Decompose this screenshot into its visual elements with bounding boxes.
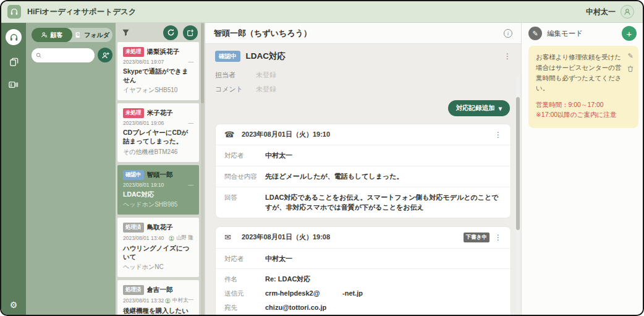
tab-folders-label: フォルダ (84, 31, 109, 40)
item-date: 2023/08/01 19:07 (123, 59, 164, 65)
item-title: LDAC対応 (123, 190, 193, 199)
search-row (32, 48, 112, 62)
info-icon[interactable]: i (504, 29, 512, 38)
ticket-list-item[interactable]: 未処理湯梨浜花子 2023/08/01 19:07— Skypeで通話ができませ… (117, 42, 199, 100)
record-datetime: 2023年08月01日（火）19:10 (242, 130, 330, 139)
mail-icon: ✉ (224, 233, 234, 242)
notes-panel: ✎ 編集モード + お客様より修理依頼を受けた場合はサービスセンターの営業時間も… (521, 23, 643, 315)
ticket-title-row: 確認中 LDAC対応 ⋮ (215, 44, 511, 62)
ticket-list-panel: 未処理湯梨浜花子 2023/08/01 19:07— Skypeで通話ができませ… (116, 23, 205, 315)
add-record-button[interactable]: 対応記録追加▾ (448, 100, 510, 116)
item-date: 2023/08/01 19:06 (123, 120, 164, 126)
note-tools: ✎ (627, 52, 633, 72)
item-device: イヤフォンSHB510 (123, 86, 193, 95)
customer-panel: 顧客 フォルダ (26, 23, 116, 315)
field-label: コメント (215, 85, 256, 94)
ticket-list-item[interactable]: 処理済鳥取花子 2023/08/01 13:40山野 隆 ハウリングノイズについ… (117, 218, 199, 277)
note-body: お客様より修理依頼を受けた場合はサービスセンターの営業時間も必ずつたえてください… (536, 52, 622, 93)
search-input[interactable] (44, 51, 90, 59)
refresh-button[interactable] (163, 25, 178, 40)
refresh-icon (167, 28, 175, 36)
item-assignee: — (189, 120, 194, 126)
app-window: HiFiオーディオサポートデスク 中村太一 ⚙ (0, 0, 644, 316)
ticket-list-item[interactable]: 未処理米子花子 2023/08/01 19:06— CDプレイヤーにCDが詰まっ… (117, 103, 199, 161)
person-search-icon (41, 32, 48, 38)
ticket-list: 未処理湯梨浜花子 2023/08/01 19:07— Skypeで通話ができませ… (116, 42, 205, 315)
search-icon (36, 52, 41, 59)
customer-title: 智頭一郎（ちずいちろう） (214, 28, 311, 39)
main-content: 智頭一郎（ちずいちろう） i 確認中 LDAC対応 ⋮ 担当者未登録 コメント未… (205, 23, 521, 315)
tab-folders[interactable]: フォルダ (72, 28, 113, 42)
panel-tabs: 顧客 フォルダ (32, 28, 112, 42)
note-warning: 営業時間：9:00～17:00 ※17:00以降のご案内に注意 (536, 100, 622, 120)
item-assignee: 中村太一 (165, 297, 193, 304)
top-bar: HiFiオーディオサポートデスク 中村太一 (1, 1, 643, 23)
item-device: その他機種BTM246 (123, 148, 193, 156)
item-date: 2023/08/01 19:10 (123, 182, 164, 188)
record-menu-kebab-icon[interactable]: ⋮ (494, 130, 502, 139)
ticket-menu-kebab-icon[interactable]: ⋮ (504, 52, 511, 61)
note-edit-pencil-icon[interactable]: ✎ (627, 52, 633, 60)
item-date: 2023/08/01 13:32 (123, 297, 164, 304)
user-name: 中村太一 (586, 7, 616, 17)
status-badge: 未処理 (123, 47, 144, 57)
file-search-icon (75, 32, 82, 38)
note-card[interactable]: お客様より修理依頼を受けた場合はサービスセンターの営業時間も必ずつたえてください… (528, 46, 638, 128)
item-title: Skypeで通話ができません (123, 67, 193, 84)
list-scrollbar[interactable] (201, 23, 204, 315)
main-scrollbar[interactable] (516, 76, 520, 312)
ticket-detail: 確認中 LDAC対応 ⋮ 担当者未登録 コメント未登録 対応記録追加▾ ☎ (205, 44, 521, 315)
assignee-avatar-icon (169, 236, 174, 241)
edit-mode-label: 編集モード (547, 29, 583, 38)
tab-customers-label: 顧客 (50, 31, 62, 40)
filter-icon[interactable] (122, 28, 130, 36)
record-header: ☎ 2023年08月01日（火）19:10 ⋮ (216, 124, 511, 145)
item-title: ハウリングノイズについて (123, 244, 193, 261)
item-device: ヘッドホンNC (123, 263, 193, 271)
status-badge: 未処理 (123, 108, 144, 118)
item-title: CDプレイヤーにCDが詰まってしまった。 (123, 129, 193, 145)
note-delete-trash-icon[interactable] (627, 66, 633, 72)
ticket-fields: 担当者未登録 コメント未登録 (215, 70, 511, 94)
item-assignee: 山野 隆 (169, 234, 193, 242)
app-body: ⚙ 顧客 フォルダ (1, 23, 643, 315)
note-add-icon (187, 29, 194, 36)
app-logo-headset-icon (7, 5, 21, 19)
edit-mode-icon[interactable]: ✎ (528, 27, 542, 40)
ticket-title: LDAC対応 (246, 51, 286, 62)
notes-panel-header: ✎ 編集モード + (522, 23, 643, 44)
ticket-list-toolbar (116, 23, 205, 42)
record-card-email: ✉ 2023年08月01日（火）19:08 下書き中 ⋮ 対応者中村太一 件名R… (215, 226, 511, 315)
caret-down-icon: ▾ (499, 105, 502, 112)
new-ticket-button[interactable] (183, 25, 198, 40)
phone-icon: ☎ (224, 130, 234, 139)
add-customer-button[interactable] (98, 48, 112, 62)
field-value: 未登録 (256, 85, 276, 94)
ticket-list-item-selected[interactable]: 確認中智頭一郎 2023/08/01 19:10— LDAC対応 ヘッドホンSH… (117, 165, 199, 215)
app-title: HiFiオーディオサポートデスク (27, 7, 137, 17)
status-badge: 処理済 (123, 285, 144, 295)
field-label: 担当者 (215, 70, 256, 80)
search-box[interactable] (32, 48, 95, 62)
item-assignee: — (189, 59, 194, 65)
settings-gear-icon[interactable]: ⚙ (1, 300, 26, 310)
user-avatar-icon[interactable] (621, 5, 634, 19)
record-menu-kebab-icon[interactable]: ⋮ (494, 233, 502, 242)
status-badge: 処理済 (123, 223, 144, 233)
record-datetime: 2023年08月01日（火）19:08 (242, 233, 330, 242)
item-assignee: — (189, 182, 194, 188)
assignee-avatar-icon (165, 298, 171, 304)
nav-notes-icon[interactable] (7, 56, 20, 68)
ticket-list-item[interactable]: 処理済倉吉一郎 2023/08/01 13:32中村太一 後継機種を購入したい … (117, 280, 199, 315)
item-title: 後継機種を購入したい (123, 307, 193, 315)
nav-video-call-icon[interactable] (7, 79, 20, 91)
customer-header: 智頭一郎（ちずいちろう） i (205, 23, 521, 44)
tab-customers[interactable]: 顧客 (32, 28, 72, 42)
add-note-button[interactable]: + (622, 26, 637, 41)
user-menu[interactable]: 中村太一 (586, 5, 634, 19)
item-device: ヘッドホンSHB985 (123, 200, 193, 209)
draft-status-badge: 下書き中 (464, 233, 489, 242)
status-badge: 確認中 (123, 170, 144, 180)
nav-supportdesk-headset-icon[interactable] (6, 29, 22, 45)
field-value: 未登録 (256, 70, 276, 80)
